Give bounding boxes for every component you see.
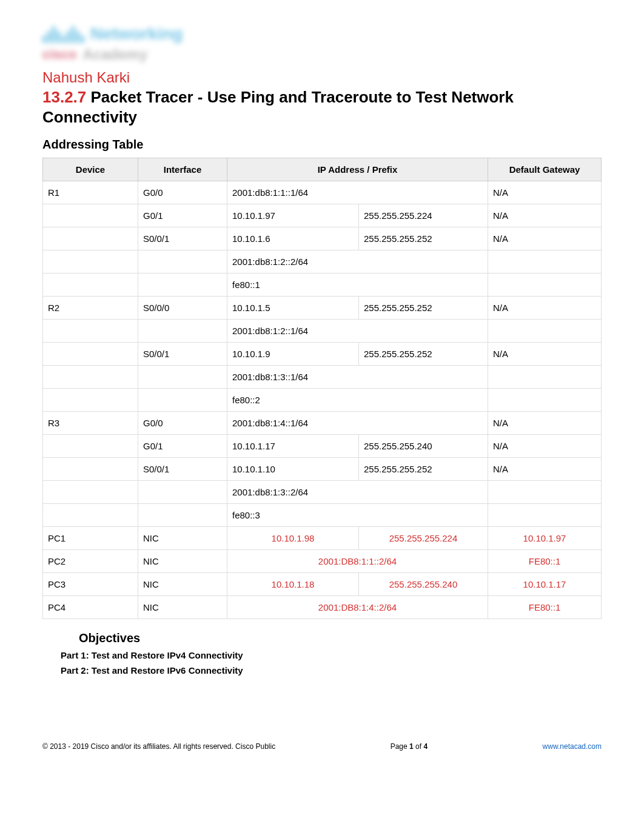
table-row: R1G0/02001:db8:1:1::1/64N/A xyxy=(43,181,602,204)
page-footer: © 2013 - 2019 Cisco and/or its affiliate… xyxy=(42,742,602,751)
cell-device: R3 xyxy=(43,412,138,435)
cell-ip: 10.10.1.9 xyxy=(227,343,359,366)
cell-gateway: 10.10.1.17 xyxy=(488,573,602,596)
cell-interface: NIC xyxy=(138,527,227,550)
table-row: fe80::1 xyxy=(43,273,602,297)
cell-device xyxy=(43,366,138,389)
cell-device: PC3 xyxy=(43,573,138,596)
cell-gateway xyxy=(488,320,602,343)
cell-gateway xyxy=(488,481,602,504)
footer-page-prefix: Page xyxy=(391,742,409,751)
cell-interface: S0/0/0 xyxy=(138,297,227,320)
logo-cisco: cisco xyxy=(42,47,76,62)
logo-line-1: Networking xyxy=(90,24,183,44)
document-title: 13.2.7 Packet Tracer - Use Ping and Trac… xyxy=(42,87,602,127)
footer-page-num: 1 xyxy=(409,742,414,751)
cell-mask: 255.255.255.252 xyxy=(359,297,488,320)
cell-gateway: N/A xyxy=(488,181,602,204)
table-row: G0/110.10.1.17255.255.255.240N/A xyxy=(43,435,602,458)
cell-interface: S0/0/1 xyxy=(138,458,227,481)
cell-ip: fe80::1 xyxy=(227,273,488,297)
objectives-part-1: Part 1: Test and Restore IPv4 Connectivi… xyxy=(61,650,602,660)
cell-device xyxy=(43,435,138,458)
cell-device: R2 xyxy=(43,297,138,320)
cell-interface xyxy=(138,504,227,527)
cell-ip: 2001:db8:1:4::1/64 xyxy=(227,412,488,435)
cell-gateway xyxy=(488,250,602,273)
cell-gateway: N/A xyxy=(488,204,602,227)
cell-gateway xyxy=(488,273,602,297)
cell-device: PC1 xyxy=(43,527,138,550)
cell-gateway: N/A xyxy=(488,435,602,458)
author-name: Nahush Karki xyxy=(42,69,602,86)
cell-interface: NIC xyxy=(138,596,227,619)
cell-gateway: FE80::1 xyxy=(488,550,602,573)
cell-interface xyxy=(138,273,227,297)
cell-ip: 2001:db8:1:2::1/64 xyxy=(227,320,488,343)
cell-ip: 2001:db8:1:3::2/64 xyxy=(227,481,488,504)
cell-mask: 255.255.255.252 xyxy=(359,343,488,366)
table-row: 2001:db8:1:2::1/64 xyxy=(43,320,602,343)
table-row: PC4NIC2001:DB8:1:4::2/64FE80::1 xyxy=(43,596,602,619)
cell-ip: 10.10.1.5 xyxy=(227,297,359,320)
col-ip-prefix: IP Address / Prefix xyxy=(227,158,488,181)
logo-line-2: Academy xyxy=(82,46,147,63)
table-row: PC1NIC10.10.1.98255.255.255.22410.10.1.9… xyxy=(43,527,602,550)
cell-gateway xyxy=(488,504,602,527)
cell-ip: 2001:db8:1:3::1/64 xyxy=(227,366,488,389)
footer-page-total: 4 xyxy=(423,742,428,751)
cell-ip: 10.10.1.18 xyxy=(227,573,359,596)
objectives-part-2: Part 2: Test and Restore IPv6 Connectivi… xyxy=(61,665,602,676)
addressing-table-heading: Addressing Table xyxy=(42,138,602,152)
cell-device xyxy=(43,227,138,250)
cell-ip: 2001:db8:1:2::2/64 xyxy=(227,250,488,273)
cell-interface: S0/0/1 xyxy=(138,343,227,366)
addressing-table: Device Interface IP Address / Prefix Def… xyxy=(42,158,602,619)
cell-interface: S0/0/1 xyxy=(138,227,227,250)
cell-device xyxy=(43,273,138,297)
table-row: R3G0/02001:db8:1:4::1/64N/A xyxy=(43,412,602,435)
cell-ip: 10.10.1.6 xyxy=(227,227,359,250)
cell-device: PC2 xyxy=(43,550,138,573)
cell-ip: fe80::3 xyxy=(227,504,488,527)
table-header-row: Device Interface IP Address / Prefix Def… xyxy=(43,158,602,181)
cell-device xyxy=(43,504,138,527)
cell-device xyxy=(43,343,138,366)
cell-device xyxy=(43,389,138,412)
cell-interface: G0/0 xyxy=(138,181,227,204)
table-row: fe80::2 xyxy=(43,389,602,412)
cell-gateway: N/A xyxy=(488,297,602,320)
cell-device xyxy=(43,458,138,481)
cell-interface xyxy=(138,250,227,273)
table-row: S0/0/110.10.1.9255.255.255.252N/A xyxy=(43,343,602,366)
table-row: 2001:db8:1:3::1/64 xyxy=(43,366,602,389)
cell-device xyxy=(43,250,138,273)
cell-ip: 10.10.1.98 xyxy=(227,527,359,550)
cell-device xyxy=(43,204,138,227)
table-row: PC2NIC2001:DB8:1:1::2/64FE80::1 xyxy=(43,550,602,573)
cell-mask: 255.255.255.240 xyxy=(359,573,488,596)
cell-ip: 2001:DB8:1:1::2/64 xyxy=(227,550,488,573)
cell-ip: fe80::2 xyxy=(227,389,488,412)
cisco-bars-icon xyxy=(42,25,84,43)
col-device: Device xyxy=(43,158,138,181)
title-text: Packet Tracer - Use Ping and Traceroute … xyxy=(42,88,514,126)
cell-interface xyxy=(138,389,227,412)
cell-gateway: FE80::1 xyxy=(488,596,602,619)
cell-gateway xyxy=(488,366,602,389)
cell-interface: NIC xyxy=(138,573,227,596)
cell-device xyxy=(43,481,138,504)
cell-device: R1 xyxy=(43,181,138,204)
cell-interface: G0/1 xyxy=(138,435,227,458)
cell-ip: 10.10.1.10 xyxy=(227,458,359,481)
cell-mask: 255.255.255.252 xyxy=(359,227,488,250)
cell-ip: 2001:db8:1:1::1/64 xyxy=(227,181,488,204)
table-row: S0/0/110.10.1.10255.255.255.252N/A xyxy=(43,458,602,481)
table-row: R2S0/0/010.10.1.5255.255.255.252N/A xyxy=(43,297,602,320)
cell-mask: 255.255.255.224 xyxy=(359,527,488,550)
cell-ip: 10.10.1.17 xyxy=(227,435,359,458)
col-gateway: Default Gateway xyxy=(488,158,602,181)
footer-copyright: © 2013 - 2019 Cisco and/or its affiliate… xyxy=(42,742,275,751)
cell-mask: 255.255.255.224 xyxy=(359,204,488,227)
table-row: S0/0/110.10.1.6255.255.255.252N/A xyxy=(43,227,602,250)
